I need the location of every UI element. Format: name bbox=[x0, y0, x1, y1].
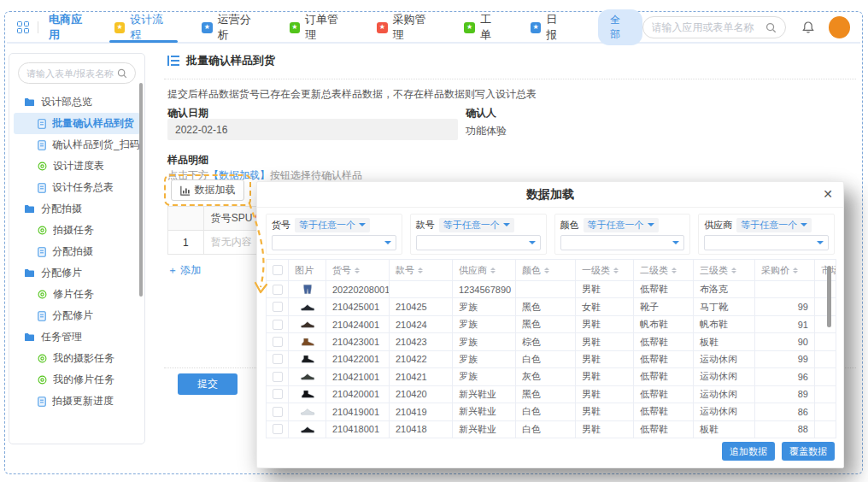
sidebar-item[interactable]: 任务管理 bbox=[14, 326, 140, 348]
table-cell: 马丁靴 bbox=[694, 298, 755, 314]
row-checkbox[interactable] bbox=[273, 285, 283, 295]
table-cell: 210418 bbox=[390, 421, 453, 438]
table-row[interactable]: 210418001210418新兴鞋业白色男鞋低帮鞋板鞋88 bbox=[267, 420, 836, 438]
sidebar-item[interactable]: 修片任务 bbox=[14, 284, 140, 305]
sidebar-search[interactable] bbox=[18, 62, 136, 84]
nav-all-badge[interactable]: 全部 bbox=[598, 9, 642, 45]
filter-operator[interactable]: 等于任意一个 bbox=[295, 218, 370, 232]
sort-icon[interactable] bbox=[544, 265, 549, 276]
table-row[interactable]: 210422001210422罗族白色男鞋低帮鞋运动休闲99 bbox=[267, 350, 836, 367]
sidebar-scrollbar[interactable] bbox=[139, 83, 143, 297]
nav-home[interactable]: 电商应用 bbox=[49, 12, 92, 43]
sort-icon[interactable] bbox=[793, 265, 798, 276]
filter-operator[interactable]: 等于任意一个 bbox=[584, 218, 659, 232]
column-header[interactable]: 供应商 bbox=[453, 260, 516, 280]
sidebar-item-label: 拍摄更新进度 bbox=[52, 394, 114, 409]
filter-group: 供应商 等于任意一个 bbox=[698, 214, 835, 255]
app-grid-icon[interactable] bbox=[17, 21, 29, 33]
sidebar-item[interactable]: 设计部总览 bbox=[14, 91, 140, 113]
sidebar-item[interactable]: 设计进度表 bbox=[14, 156, 140, 177]
column-header[interactable]: 采购价 bbox=[755, 260, 815, 280]
row-checkbox[interactable] bbox=[273, 354, 283, 364]
column-header[interactable]: 款号 bbox=[390, 260, 453, 280]
column-header[interactable]: 市场价 bbox=[815, 260, 836, 280]
filter-select[interactable] bbox=[704, 235, 829, 250]
table-row[interactable]: 210421001210421罗族灰色男鞋低帮鞋运动休闲96 bbox=[267, 367, 836, 385]
sort-icon[interactable] bbox=[672, 265, 677, 276]
sidebar-item[interactable]: 分配修片 bbox=[14, 305, 140, 326]
sidebar-item[interactable]: 我的修片任务 bbox=[14, 369, 140, 391]
bell-icon[interactable] bbox=[801, 21, 815, 34]
submit-button[interactable]: 提交 bbox=[178, 373, 238, 395]
row-checkbox-cell bbox=[267, 421, 289, 438]
folder-icon bbox=[24, 97, 35, 107]
sidebar-item[interactable]: 拍摄任务 bbox=[14, 220, 140, 241]
nav-tab[interactable]: ★ 订单管理 bbox=[286, 13, 351, 42]
table-cell: 白色 bbox=[516, 403, 576, 420]
collapse-menu-icon[interactable] bbox=[167, 56, 179, 66]
table-cell: 罗族 bbox=[453, 368, 516, 385]
confirm-date-field[interactable]: 2022-02-16 bbox=[167, 119, 458, 140]
sort-icon[interactable] bbox=[613, 265, 619, 276]
search-icon[interactable] bbox=[117, 68, 127, 79]
nav-tab[interactable]: ★ 设计流程 bbox=[111, 13, 176, 42]
table-row[interactable]: 202202080011234567890男鞋低帮鞋布洛克 bbox=[267, 280, 836, 297]
row-checkbox[interactable] bbox=[273, 320, 283, 330]
column-header[interactable]: 三级类 bbox=[694, 260, 755, 280]
row-checkbox[interactable] bbox=[273, 424, 283, 434]
sidebar-item[interactable]: 分配拍摄 bbox=[14, 198, 140, 220]
table-row[interactable]: 210423001210423罗族棕色男鞋低帮鞋板鞋90 bbox=[267, 332, 836, 350]
table-row[interactable]: 210424001210424罗族黑色男鞋帆布鞋帆布鞋91 bbox=[267, 315, 836, 332]
filter-select[interactable] bbox=[272, 235, 396, 250]
global-search[interactable] bbox=[642, 16, 786, 38]
column-header[interactable]: 一级类 bbox=[576, 260, 634, 280]
close-icon[interactable]: ✕ bbox=[823, 188, 833, 200]
sort-icon[interactable] bbox=[490, 265, 496, 276]
table-row[interactable]: 210420001210420新兴鞋业黑色男鞋低帮鞋运动休闲89 bbox=[267, 385, 836, 403]
overwrite-data-button[interactable]: 覆盖数据 bbox=[782, 442, 835, 461]
sidebar-item[interactable]: 我的摄影任务 bbox=[14, 348, 140, 369]
sidebar-item[interactable]: 设计任务总表 bbox=[14, 177, 140, 198]
nav-tab[interactable]: ★ 运营分析 bbox=[198, 13, 263, 42]
sort-icon[interactable] bbox=[418, 265, 423, 276]
table-row[interactable]: 210419001210419新兴鞋业白色男鞋低帮鞋运动休闲86 bbox=[267, 403, 836, 420]
target-icon bbox=[38, 226, 47, 235]
table-cell: 女鞋 bbox=[576, 298, 634, 314]
filter-select[interactable] bbox=[416, 235, 541, 250]
column-header[interactable]: 货号 bbox=[326, 260, 390, 280]
filter-select[interactable] bbox=[560, 235, 685, 250]
select-all-checkbox[interactable] bbox=[273, 265, 283, 275]
data-load-button[interactable]: 数据加载 bbox=[171, 179, 244, 201]
row-checkbox[interactable] bbox=[273, 389, 283, 399]
sidebar-search-input[interactable] bbox=[26, 68, 117, 79]
table-scrollbar[interactable] bbox=[827, 266, 831, 327]
chevron-down-icon bbox=[817, 241, 824, 248]
global-search-input[interactable] bbox=[652, 21, 765, 33]
table-cell: 布洛克 bbox=[694, 281, 755, 297]
filter-operator[interactable]: 等于任意一个 bbox=[439, 218, 514, 232]
table-cell: 210421001 bbox=[326, 368, 390, 385]
avatar[interactable] bbox=[829, 16, 850, 38]
sort-icon[interactable] bbox=[731, 265, 736, 276]
append-data-button[interactable]: 追加数据 bbox=[722, 442, 775, 461]
add-row-link[interactable]: ＋ 添加 bbox=[167, 263, 201, 278]
nav-tab[interactable]: ★ 日报 bbox=[527, 13, 571, 42]
sidebar-item[interactable]: 批量确认样品到货 bbox=[14, 113, 140, 134]
row-checkbox[interactable] bbox=[273, 337, 283, 347]
row-checkbox[interactable] bbox=[273, 302, 283, 312]
table-row[interactable]: 210425001210425罗族黑色女鞋靴子马丁靴99 bbox=[267, 297, 836, 314]
nav-tab[interactable]: ★ 采购管理 bbox=[373, 13, 438, 42]
search-icon[interactable] bbox=[765, 22, 777, 33]
chevron-down-icon bbox=[648, 223, 654, 230]
column-header[interactable]: 颜色 bbox=[516, 260, 576, 280]
sidebar-item[interactable]: 确认样品到货_扫码 bbox=[14, 134, 140, 156]
row-checkbox[interactable] bbox=[273, 407, 283, 417]
filter-operator[interactable]: 等于任意一个 bbox=[736, 218, 812, 232]
nav-tab[interactable]: ★ 工单 bbox=[460, 13, 504, 42]
sidebar-item[interactable]: 拍摄更新进度 bbox=[14, 391, 140, 412]
sidebar-item[interactable]: 分配拍摄 bbox=[14, 241, 140, 262]
sidebar-item[interactable]: 分配修片 bbox=[14, 262, 140, 284]
row-checkbox[interactable] bbox=[273, 372, 283, 382]
sort-icon[interactable] bbox=[355, 265, 360, 276]
column-header[interactable]: 二级类 bbox=[634, 260, 694, 280]
